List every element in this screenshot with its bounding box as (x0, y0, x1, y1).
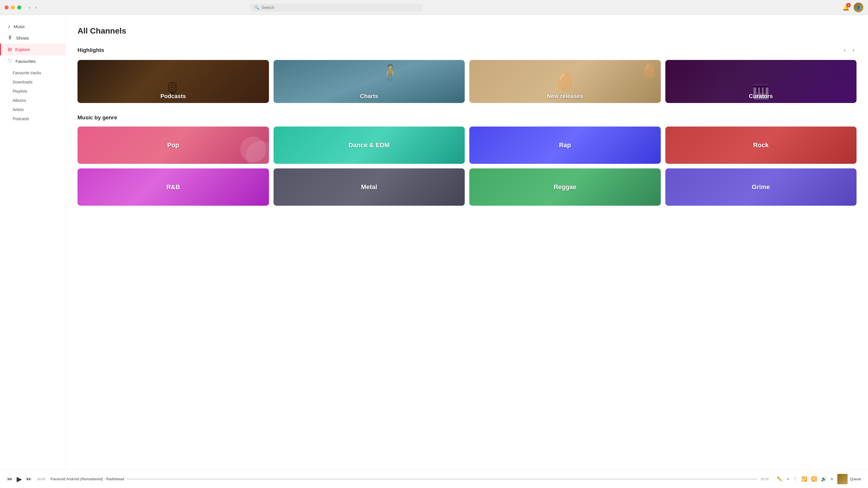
genre-card-edm[interactable]: Dance & EDM (274, 127, 465, 164)
highlights-grid: 🎙 Podcasts 🧍 Charts 🥚 🥚 New releases (78, 60, 857, 103)
podcasts-sub-label: Podcasts (12, 117, 29, 121)
genre-card-reggae[interactable]: Reggae (469, 168, 661, 206)
genre-pop-label: Pop (167, 141, 179, 149)
highlight-card-new-releases[interactable]: 🥚 🥚 New releases (469, 60, 661, 103)
highlight-card-curators[interactable]: 🎹 Curators (665, 60, 857, 103)
genre-rnb-label: R&B (166, 183, 180, 191)
progress-area: 00:00 Paranoid Android (Remastered) · Ra… (37, 477, 771, 481)
highlight-curators-label: Curators (665, 90, 857, 103)
add-to-playlist-button[interactable]: + (786, 477, 789, 482)
progress-bar[interactable] (127, 479, 758, 480)
highlight-card-charts[interactable]: 🧍 Charts (274, 60, 465, 103)
title-bar-right: 🔔 3 👤 (842, 3, 863, 12)
nav-arrows: ‹ › (27, 4, 39, 11)
edit-track-button[interactable]: ✏️ (777, 476, 782, 482)
genre-card-rnb[interactable]: R&B (78, 168, 269, 206)
genre-card-pop[interactable]: Pop (78, 127, 269, 164)
app-body: ♪ Music 🎙 Shows ⊞ Explore ♡ Favourites F… (0, 15, 868, 469)
genre-reggae-label: Reggae (554, 183, 577, 191)
sidebar-item-favourites[interactable]: ♡ Favourites (0, 55, 66, 67)
music-icon: ♪ (8, 24, 10, 29)
page-title: All Channels (78, 26, 857, 36)
genre-grid: Pop Dance & EDM Rap Rock R&B Metal Regga… (78, 127, 857, 206)
queue-label: Queue (850, 477, 861, 481)
genre-card-rock[interactable]: Rock (665, 127, 857, 164)
genre-section-header: Music by genre (78, 115, 857, 121)
sidebar: ♪ Music 🎙 Shows ⊞ Explore ♡ Favourites F… (0, 15, 66, 469)
explore-icon: ⊞ (8, 46, 12, 53)
repeat-button[interactable]: 🔁 (801, 476, 807, 482)
sidebar-item-explore[interactable]: ⊞ Explore (0, 43, 66, 55)
close-button[interactable] (5, 5, 9, 9)
highlight-new-releases-label: New releases (469, 90, 661, 103)
sidebar-nav: ♪ Music 🎙 Shows ⊞ Explore ♡ Favourites F… (0, 15, 66, 127)
queue-area[interactable]: Queue (837, 474, 861, 484)
prev-track-button[interactable]: ⏮ (7, 476, 12, 482)
notifications-button[interactable]: 🔔 3 (842, 4, 849, 11)
like-track-button[interactable]: ♡ (794, 476, 797, 482)
player-bar: ⏮ ▶ ⏭ 00:00 Paranoid Android (Remastered… (0, 469, 868, 488)
favourites-icon: ♡ (8, 58, 12, 64)
sidebar-item-favourite-tracks[interactable]: Favourite tracks (0, 68, 66, 77)
track-info: Paranoid Android (Remastered) · Radiohea… (51, 477, 124, 481)
sidebar-item-music-label: Music (14, 24, 25, 29)
genre-rap-label: Rap (559, 141, 571, 149)
volume-button[interactable]: 🔊 (821, 476, 827, 482)
maximize-button[interactable] (17, 5, 21, 9)
sidebar-sub-section: Favourite tracks Downloads Playlists Alb… (0, 67, 66, 125)
sidebar-item-favourites-label: Favourites (16, 59, 36, 64)
genre-card-rap[interactable]: Rap (469, 127, 661, 164)
sidebar-item-albums[interactable]: Albums (0, 96, 66, 105)
sidebar-item-downloads[interactable]: Downloads (0, 77, 66, 87)
sidebar-item-explore-label: Explore (15, 47, 30, 52)
playlists-label: Playlists (12, 89, 27, 94)
player-controls: ⏮ ▶ ⏭ (7, 475, 32, 483)
genre-title: Music by genre (78, 115, 117, 121)
main-content: All Channels Highlights ‹ › 🎙 Podcasts 🧍 (66, 15, 868, 469)
queue-thumbnail (837, 474, 848, 484)
forward-button[interactable]: › (34, 4, 38, 11)
shuffle-button[interactable]: 🔀 (811, 476, 817, 482)
downloads-label: Downloads (12, 80, 32, 84)
sidebar-item-shows[interactable]: 🎙 Shows (0, 32, 66, 43)
total-time: 05:30 (761, 477, 771, 481)
sidebar-item-playlists[interactable]: Playlists (0, 87, 66, 96)
highlight-charts-label: Charts (274, 90, 465, 103)
notification-badge: 3 (846, 3, 851, 7)
back-button[interactable]: ‹ (27, 4, 32, 11)
highlight-podcasts-label: Podcasts (78, 90, 269, 103)
shows-icon: 🎙 (8, 35, 12, 41)
highlights-title: Highlights (78, 47, 104, 53)
next-track-button[interactable]: ⏭ (26, 476, 32, 482)
search-input[interactable] (261, 5, 418, 10)
minimize-button[interactable] (11, 5, 15, 9)
artists-label: Artists (12, 107, 24, 112)
sidebar-item-shows-label: Shows (16, 36, 29, 40)
sidebar-item-music[interactable]: ♪ Music (0, 21, 66, 32)
play-pause-button[interactable]: ▶ (17, 475, 22, 483)
genre-grime-label: Grime (752, 183, 770, 191)
favourite-tracks-label: Favourite tracks (12, 71, 41, 75)
sidebar-item-podcasts[interactable]: Podcasts (0, 114, 66, 123)
equalizer-button[interactable]: ≡ (831, 477, 833, 482)
genre-card-metal[interactable]: Metal (274, 168, 465, 206)
search-icon: 🔍 (254, 5, 259, 10)
highlights-next-button[interactable]: › (850, 46, 857, 54)
genre-rock-label: Rock (753, 141, 769, 149)
user-avatar[interactable]: 👤 (854, 3, 863, 12)
sidebar-item-artists[interactable]: Artists (0, 105, 66, 114)
highlights-prev-button[interactable]: ‹ (842, 46, 848, 54)
search-bar[interactable]: 🔍 (250, 3, 423, 11)
genre-card-grime[interactable]: Grime (665, 168, 857, 206)
highlights-nav: ‹ › (842, 46, 857, 54)
genre-metal-label: Metal (361, 183, 377, 191)
pop-circle-decoration (240, 136, 266, 162)
title-bar: ‹ › 🔍 🔔 3 👤 (0, 0, 868, 15)
genre-edm-label: Dance & EDM (348, 141, 390, 149)
player-right: ✏️ + ♡ 🔁 🔀 🔊 ≡ Queue (777, 474, 861, 484)
albums-label: Albums (12, 98, 26, 103)
current-time: 00:00 (37, 477, 48, 481)
window-controls (5, 5, 21, 9)
highlights-section-header: Highlights ‹ › (78, 46, 857, 54)
highlight-card-podcasts[interactable]: 🎙 Podcasts (78, 60, 269, 103)
